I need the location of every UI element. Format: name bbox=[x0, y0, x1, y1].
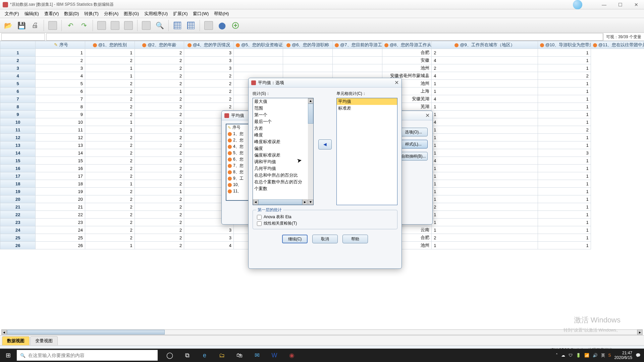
word-icon[interactable]: W bbox=[266, 349, 282, 362]
cell[interactable]: 16 bbox=[36, 165, 85, 172]
stats-item[interactable]: 方差 bbox=[253, 125, 313, 132]
menu-3[interactable]: 数据(D) bbox=[61, 10, 82, 18]
cell[interactable]: 2 bbox=[85, 203, 135, 211]
cell[interactable]: 1 bbox=[85, 118, 135, 126]
cell[interactable]: 2 bbox=[432, 234, 538, 242]
row-number[interactable]: 4 bbox=[0, 72, 36, 80]
cell[interactable]: 2 bbox=[184, 80, 234, 87]
scroll-thumb[interactable] bbox=[7, 330, 165, 335]
cell[interactable]: 1 bbox=[538, 203, 591, 211]
column-header-8[interactable]: @9、工作所在城市（地区） bbox=[432, 41, 538, 49]
cell[interactable] bbox=[283, 64, 333, 72]
cell[interactable]: 1 bbox=[538, 226, 591, 234]
row-number[interactable]: 1 bbox=[0, 49, 36, 57]
run-button[interactable] bbox=[140, 19, 152, 32]
cell[interactable]: 1 bbox=[538, 111, 591, 118]
cell[interactable]: 3 bbox=[184, 57, 234, 64]
cell[interactable]: 20 bbox=[36, 195, 85, 203]
column-header-3[interactable]: @4、您的学历情况 bbox=[184, 41, 234, 49]
cell[interactable]: 1 bbox=[432, 195, 538, 203]
column-header-5[interactable]: @6、您的导游职称 bbox=[283, 41, 333, 49]
cell[interactable]: 2 bbox=[135, 95, 184, 103]
goto-var-button[interactable] bbox=[109, 19, 121, 32]
row-number[interactable]: 13 bbox=[0, 141, 36, 149]
print-button[interactable]: 🖨 bbox=[29, 19, 41, 32]
explorer-icon[interactable]: 🗂 bbox=[214, 349, 230, 362]
scroll-down-arrow[interactable]: ▼ bbox=[308, 199, 313, 205]
cell[interactable]: 2 bbox=[85, 80, 135, 87]
cell[interactable]: 24 bbox=[36, 226, 85, 234]
cell[interactable]: 22 bbox=[36, 211, 85, 219]
cell[interactable]: 1 bbox=[538, 242, 591, 249]
column-header-6[interactable]: @7、您目前的导游工作情况 bbox=[333, 41, 382, 49]
stats-item[interactable]: 在总和中所占的百分比 bbox=[253, 172, 313, 179]
cell-statistics-listbox[interactable]: 平均值标准差 bbox=[336, 98, 397, 205]
cell[interactable]: 2 bbox=[135, 80, 184, 87]
cell[interactable]: 2 bbox=[135, 226, 184, 234]
cell[interactable]: 21 bbox=[36, 203, 85, 211]
cell[interactable]: 1 bbox=[538, 180, 591, 188]
cell[interactable]: 2 bbox=[135, 219, 184, 226]
row-number[interactable]: 5 bbox=[0, 80, 36, 87]
row-number[interactable]: 11 bbox=[0, 126, 36, 134]
menu-4[interactable]: 转换(T) bbox=[82, 10, 101, 18]
cell[interactable]: 合肥 bbox=[382, 49, 432, 57]
cell[interactable] bbox=[233, 49, 283, 57]
cell[interactable]: 2 bbox=[135, 118, 184, 126]
stats-item[interactable]: 峰度 bbox=[253, 132, 313, 138]
cell[interactable]: 2 bbox=[184, 87, 234, 95]
cell[interactable]: 2 bbox=[85, 141, 135, 149]
cell[interactable]: 13 bbox=[36, 141, 85, 149]
cell[interactable]: 23 bbox=[36, 219, 85, 226]
cell[interactable]: 2 bbox=[85, 211, 135, 219]
row-number[interactable]: 15 bbox=[0, 157, 36, 165]
cell[interactable]: 9 bbox=[36, 111, 85, 118]
menu-1[interactable]: 编辑(E) bbox=[22, 10, 42, 18]
edge-icon[interactable]: e bbox=[197, 349, 213, 362]
cell[interactable]: 1 bbox=[432, 103, 538, 111]
cell[interactable]: 2 bbox=[135, 211, 184, 219]
cell[interactable]: 1 bbox=[538, 118, 591, 126]
cancel-button[interactable]: 取消 bbox=[312, 235, 338, 243]
horizontal-scrollbar[interactable]: ◄ ► bbox=[1, 329, 643, 335]
tab-variable-view[interactable]: 变量视图 bbox=[30, 336, 58, 345]
tray-battery-icon[interactable]: 🔋 bbox=[576, 353, 581, 358]
cell[interactable]: 19 bbox=[36, 188, 85, 195]
cell[interactable]: 1 bbox=[432, 188, 538, 195]
cell[interactable]: 4 bbox=[184, 242, 234, 249]
cell[interactable]: 2 bbox=[85, 57, 135, 64]
cell[interactable]: 2 bbox=[135, 141, 184, 149]
cell[interactable]: 4 bbox=[432, 95, 538, 103]
cell[interactable]: 8 bbox=[36, 103, 85, 111]
stats-item[interactable]: 偏度 bbox=[253, 145, 313, 152]
cell[interactable]: 4 bbox=[36, 72, 85, 80]
row-number[interactable]: 8 bbox=[0, 103, 36, 111]
column-header-4[interactable]: @5、您的职业资格证情况 bbox=[233, 41, 283, 49]
cell[interactable]: 1 bbox=[432, 226, 538, 234]
menu-10[interactable]: 帮助(H) bbox=[211, 10, 231, 18]
cell[interactable]: 1 bbox=[432, 134, 538, 141]
cell[interactable] bbox=[283, 49, 333, 57]
cell[interactable]: 2 bbox=[85, 103, 135, 111]
table-row[interactable]: 33123池州21 bbox=[0, 64, 644, 72]
cell-indicator[interactable] bbox=[1, 33, 45, 41]
cell[interactable]: 2 bbox=[135, 126, 184, 134]
row-number[interactable]: 21 bbox=[0, 203, 36, 211]
cell[interactable]: 2 bbox=[135, 172, 184, 180]
split-button[interactable] bbox=[203, 19, 215, 32]
cell[interactable]: 1 bbox=[538, 80, 591, 87]
goto-case-button[interactable] bbox=[96, 19, 108, 32]
cell[interactable]: 1 bbox=[432, 149, 538, 157]
style-button[interactable]: 样式(L)... bbox=[399, 140, 428, 148]
cell[interactable]: 1 bbox=[432, 165, 538, 172]
tab-data-view[interactable]: 数据视图 bbox=[2, 336, 30, 345]
cell[interactable]: 2 bbox=[135, 134, 184, 141]
tray-ime-icon[interactable]: 英 bbox=[601, 353, 605, 358]
row-number[interactable]: 6 bbox=[0, 87, 36, 95]
tray-up-icon[interactable]: ˄ bbox=[556, 353, 558, 358]
cell[interactable]: 1 bbox=[538, 211, 591, 219]
scroll-thumb[interactable] bbox=[308, 104, 313, 124]
maximize-button[interactable]: ☐ bbox=[615, 2, 625, 7]
cell[interactable]: 池州 bbox=[382, 64, 432, 72]
row-number[interactable]: 3 bbox=[0, 64, 36, 72]
